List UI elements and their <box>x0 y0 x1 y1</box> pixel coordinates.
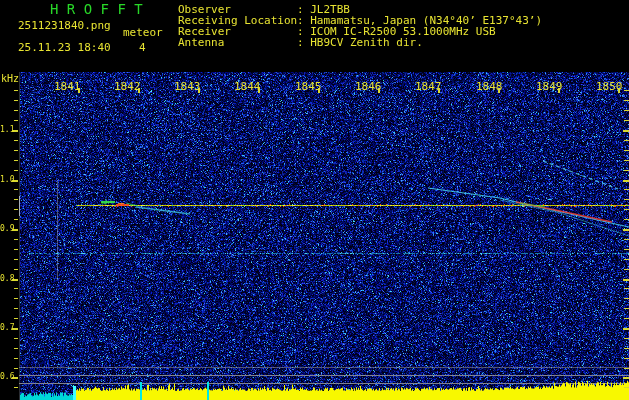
time-tick-label: 1847 <box>415 80 442 93</box>
filename-label: 2511231840.png <box>18 19 111 32</box>
app-title: H R O F F T <box>50 1 143 17</box>
time-tick-label: 1845 <box>295 80 322 93</box>
info-row-antenna: Antenna: HB9CV Zenith dir. <box>178 37 542 48</box>
mode-label: meteor <box>123 26 163 39</box>
info-separator: : <box>297 37 310 48</box>
spectrogram-canvas <box>0 0 629 400</box>
time-tick-label: 1850 <box>596 80 623 93</box>
time-tick-label: 1849 <box>536 80 563 93</box>
hrofft-window: { "header": { "title": "H R O F F T", "f… <box>0 0 629 400</box>
freq-tick-label: 1.1 <box>0 125 14 134</box>
freq-tick-label: 0.8 <box>0 274 14 283</box>
station-info: Observer: JL2TBB Receiving Location: Ham… <box>178 4 542 48</box>
meteor-count: 4 <box>139 41 146 54</box>
info-value: HB9CV Zenith dir. <box>310 37 423 48</box>
freq-tick-label: 0.6 <box>0 372 14 381</box>
time-tick-label: 1844 <box>234 80 261 93</box>
time-tick-label: 1848 <box>476 80 503 93</box>
datetime-label: 25.11.23 18:40 <box>18 41 111 54</box>
freq-tick-label: 1.0 <box>0 175 14 184</box>
freq-tick-label: 0.7 <box>0 323 14 332</box>
time-tick-label: 1843 <box>174 80 201 93</box>
time-tick-label: 1841 <box>54 80 81 93</box>
info-label: Antenna <box>178 37 297 48</box>
time-tick-label: 1846 <box>355 80 382 93</box>
time-tick-label: 1842 <box>114 80 141 93</box>
freq-unit-label: kHz <box>1 73 19 84</box>
freq-tick-label: 0.9 <box>0 224 14 233</box>
